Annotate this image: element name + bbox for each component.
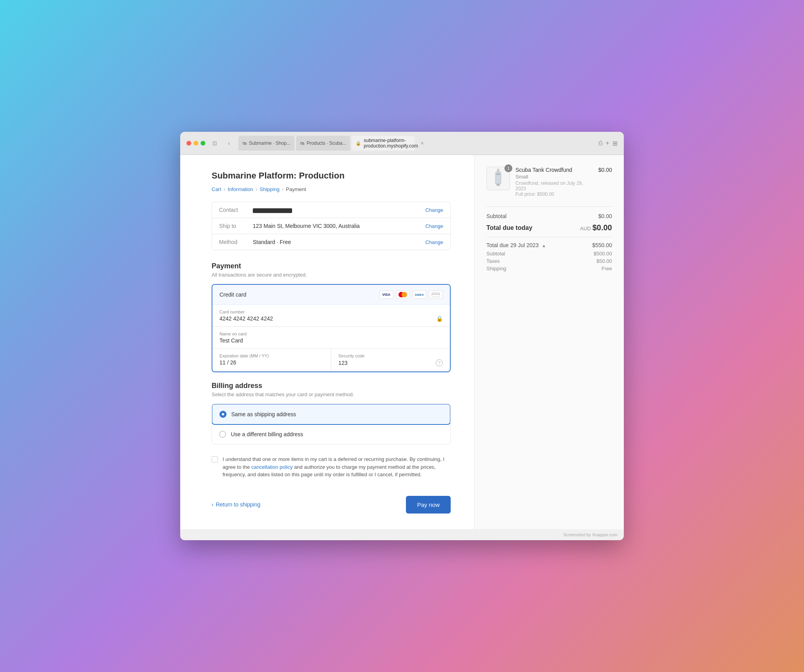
- currency-label: AUD: [580, 226, 590, 231]
- security-value: 123: [338, 360, 347, 366]
- due-shipping-value: Free: [601, 266, 612, 271]
- billing-options: Same as shipping address Use a different…: [212, 404, 451, 444]
- name-on-card-field[interactable]: Name on card Test Card: [212, 327, 450, 349]
- card-fields: Card number 4242 4242 4242 4242 🔒 Name o…: [212, 305, 450, 372]
- ship-to-label: Ship to: [219, 223, 247, 229]
- card-number-value: 4242 4242 4242 4242: [219, 315, 273, 322]
- card-number-field[interactable]: Card number 4242 4242 4242 4242 🔒: [212, 305, 450, 327]
- checkout-footer: ‹ Return to shipping Pay now: [212, 492, 451, 514]
- breadcrumb: Cart › Information › Shipping › Payment: [212, 186, 451, 192]
- billing-section-subtext: Select the address that matches your car…: [212, 392, 451, 397]
- left-panel: Submarine Platform: Production Cart › In…: [180, 155, 475, 529]
- expiration-field[interactable]: Expiration date (MM / YY) 11 / 26: [212, 349, 331, 372]
- payment-section-subtext: All transactions are secure and encrypte…: [212, 272, 451, 278]
- new-tab-icon[interactable]: +: [606, 140, 609, 147]
- billing-section-heading: Billing address: [212, 382, 451, 390]
- tab-grid-icon[interactable]: ⊞: [612, 140, 618, 147]
- due-date-row: Total due 29 Jul 2023 ▲ $550.00: [486, 242, 612, 248]
- ship-to-value: 123 Main St, Melbourne VIC 3000, Austral…: [253, 223, 419, 229]
- caret-icon: ▲: [542, 243, 546, 248]
- security-code-field[interactable]: Security code 123 ?: [331, 349, 450, 372]
- tab-label: Products · Scuba...: [307, 140, 346, 146]
- close-button[interactable]: [186, 141, 191, 146]
- item-quantity-badge: 1: [504, 164, 512, 172]
- expiration-value: 11 / 26: [219, 359, 324, 366]
- security-wrapper: 123 ?: [338, 359, 443, 366]
- maximize-button[interactable]: [201, 141, 205, 146]
- generic-card-icon: [429, 290, 443, 299]
- billing-same-label: Same as shipping address: [231, 411, 296, 417]
- tabs-bar: 🛍 Submarine · Shop... 🛍 Products · Scuba…: [238, 136, 594, 151]
- tab-icon: 🛍: [300, 141, 304, 146]
- item-image-wrap: 1: [486, 167, 510, 190]
- due-subtotal-label: Subtotal: [486, 251, 505, 257]
- due-shipping-row: Shipping Free: [486, 266, 612, 271]
- tab-active[interactable]: 🔒 submarine-platform-production.myshopif…: [352, 136, 415, 151]
- billing-option-same[interactable]: Same as shipping address: [212, 404, 451, 425]
- sidebar-toggle-icon[interactable]: ⊡: [210, 138, 219, 148]
- due-date-section: Total due 29 Jul 2023 ▲ $550.00 Subtotal…: [486, 237, 612, 271]
- cancellation-policy-link[interactable]: cancellation policy: [251, 464, 293, 470]
- svg-rect-5: [497, 184, 500, 186]
- method-change-link[interactable]: Change: [425, 239, 443, 245]
- expiration-label: Expiration date (MM / YY): [219, 353, 324, 358]
- summary-row-method: Method Standard · Free Change: [212, 234, 450, 250]
- name-on-card-label: Name on card: [219, 331, 443, 336]
- breadcrumb-sep-3: ›: [282, 186, 283, 192]
- return-label: Return to shipping: [216, 501, 261, 508]
- payment-section-heading: Payment: [212, 262, 451, 270]
- total-due-today-amount: AUD$0.00: [580, 223, 612, 232]
- breadcrumb-cart[interactable]: Cart: [212, 186, 221, 192]
- contact-value: [253, 207, 419, 213]
- due-date-label: Total due 29 Jul 2023 ▲: [486, 242, 546, 248]
- browser-window: ⊡ ‹ 🛍 Submarine · Shop... 🛍 Products · S…: [180, 132, 624, 540]
- browser-right-icons: ⎙ + ⊞: [599, 140, 618, 147]
- payment-header: Credit card VISA AMEX: [212, 285, 450, 305]
- breadcrumb-information[interactable]: Information: [228, 186, 253, 192]
- svg-rect-1: [432, 293, 440, 295]
- card-number-label: Card number: [219, 310, 443, 314]
- item-price: $0.00: [598, 167, 612, 173]
- summary-table: Contact Change Ship to 123 Main St, Melb…: [212, 202, 451, 250]
- tab-close-icon[interactable]: ✕: [420, 141, 424, 146]
- share-icon[interactable]: ⎙: [599, 140, 603, 147]
- chevron-left-icon: ‹: [212, 501, 214, 508]
- breadcrumb-shipping[interactable]: Shipping: [259, 186, 280, 192]
- store-title: Submarine Platform: Production: [212, 171, 451, 181]
- item-details: Scuba Tank Crowdfund Small Crowdfund, re…: [515, 167, 593, 197]
- due-taxes-value: $50.00: [596, 258, 612, 264]
- total-due-today-label: Total due today: [486, 224, 532, 231]
- screenshot-credit: Screenshot by Xnapper.com: [180, 529, 624, 540]
- amex-icon: AMEX: [412, 290, 426, 299]
- subtotal-value: $0.00: [598, 213, 612, 219]
- total-due-today-row: Total due today AUD$0.00: [486, 223, 612, 232]
- method-label: Method: [219, 239, 247, 245]
- radio-different: [219, 431, 226, 438]
- billing-option-different[interactable]: Use a different billing address: [212, 424, 450, 444]
- tab-submarine-shop[interactable]: 🛍 Submarine · Shop...: [238, 136, 294, 151]
- right-panel: 1 Scuba Tank Crowdfund Small Crowdfund, …: [475, 155, 624, 529]
- security-help-icon[interactable]: ?: [436, 359, 443, 366]
- minimize-button[interactable]: [194, 141, 198, 146]
- traffic-lights: [186, 141, 205, 146]
- browser-content: Submarine Platform: Production Cart › In…: [180, 155, 624, 529]
- mastercard-icon: [396, 290, 410, 299]
- security-label: Security code: [338, 353, 443, 358]
- credit-card-label: Credit card: [219, 291, 246, 298]
- due-subtotal-row: Subtotal $500.00: [486, 251, 612, 257]
- card-field-row: Expiration date (MM / YY) 11 / 26 Securi…: [212, 349, 450, 372]
- ship-to-change-link[interactable]: Change: [425, 223, 443, 229]
- return-to-shipping-link[interactable]: ‹ Return to shipping: [212, 501, 260, 508]
- terms-checkbox[interactable]: [212, 456, 218, 463]
- tab-icon: 🛍: [242, 141, 247, 146]
- tab-label: Submarine · Shop...: [249, 140, 291, 146]
- terms-section: I understand that one or more items in m…: [212, 454, 451, 480]
- summary-row-contact: Contact Change: [212, 202, 450, 218]
- pay-now-button[interactable]: Pay now: [406, 496, 451, 514]
- method-value: Standard · Free: [253, 239, 419, 245]
- back-button[interactable]: ‹: [224, 138, 234, 148]
- tab-products-scuba[interactable]: 🛍 Products · Scuba...: [296, 136, 350, 151]
- due-date-label-text: Total due 29 Jul 2023: [486, 242, 539, 248]
- contact-change-link[interactable]: Change: [425, 207, 443, 213]
- breadcrumb-sep-1: ›: [224, 186, 225, 192]
